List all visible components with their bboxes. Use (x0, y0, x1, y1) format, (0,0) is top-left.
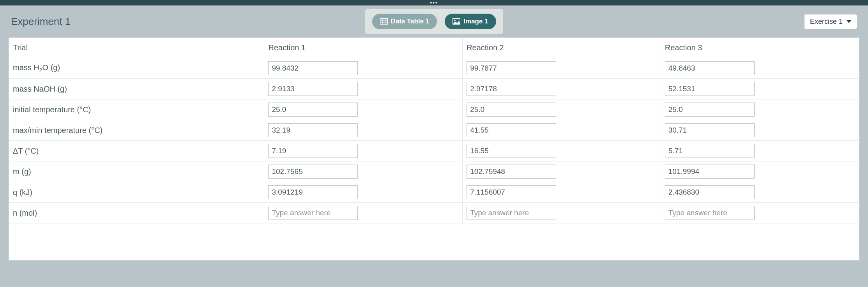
table-row: ΔT (°C) (9, 141, 859, 161)
answer-input[interactable] (665, 61, 755, 75)
answer-input[interactable] (268, 185, 358, 199)
answer-cell (661, 182, 859, 203)
answer-cell (463, 120, 661, 141)
answer-cell (463, 99, 661, 120)
answer-input[interactable] (665, 185, 755, 199)
svg-rect-0 (380, 19, 387, 25)
answer-input[interactable] (665, 144, 755, 158)
answer-input[interactable] (268, 82, 358, 96)
answer-cell (661, 161, 859, 182)
answer-input[interactable] (268, 103, 358, 117)
table-row: m (g) (9, 161, 859, 182)
answer-cell (264, 79, 463, 99)
data-table: Trial Reaction 1 Reaction 2 Reaction 3 m… (9, 38, 859, 223)
answer-input[interactable] (467, 82, 556, 96)
row-label: m (g) (9, 161, 264, 182)
answer-cell (463, 161, 661, 182)
tab-label: Data Table 1 (391, 18, 429, 25)
answer-input[interactable] (665, 165, 755, 179)
exercise-dropdown[interactable]: Exercise 1 (804, 14, 857, 29)
image-icon (453, 18, 460, 25)
column-header-reaction-1: Reaction 1 (264, 38, 463, 58)
tab-data-table-1[interactable]: Data Table 1 (372, 14, 437, 29)
answer-input[interactable] (665, 206, 755, 220)
answer-input[interactable] (467, 61, 556, 75)
answer-input[interactable] (268, 123, 358, 137)
column-header-trial: Trial (9, 38, 264, 58)
chevron-down-icon (847, 20, 851, 23)
row-label: q (kJ) (9, 182, 264, 203)
answer-cell (264, 182, 463, 203)
answer-input[interactable] (665, 123, 755, 137)
answer-cell (264, 203, 463, 223)
page-title: Experiment 1 (11, 16, 71, 28)
tab-label: Image 1 (463, 18, 488, 25)
answer-cell (661, 203, 859, 223)
row-label: ΔT (°C) (9, 141, 264, 161)
answer-cell (264, 161, 463, 182)
exercise-dropdown-label: Exercise 1 (810, 18, 843, 26)
answer-cell (264, 141, 463, 161)
table-row: mass H2O (g) (9, 58, 859, 79)
answer-input[interactable] (268, 144, 358, 158)
answer-cell (661, 141, 859, 161)
answer-cell (463, 182, 661, 203)
row-label: mass H2O (g) (9, 58, 264, 79)
answer-input[interactable] (665, 103, 755, 117)
column-header-reaction-3: Reaction 3 (661, 38, 859, 58)
tab-image-1[interactable]: Image 1 (445, 14, 496, 29)
answer-input[interactable] (268, 165, 358, 179)
row-label: max/min temperature (°C) (9, 120, 264, 141)
drag-handle-dots[interactable]: ••• (430, 2, 438, 4)
data-table-icon (380, 18, 387, 25)
table-header-row: Trial Reaction 1 Reaction 2 Reaction 3 (9, 38, 859, 58)
answer-input[interactable] (467, 103, 556, 117)
answer-cell (264, 58, 463, 79)
svg-point-6 (454, 19, 456, 21)
answer-input[interactable] (268, 206, 358, 220)
answer-cell (661, 99, 859, 120)
answer-cell (661, 79, 859, 99)
table-row: initial temperature (°C) (9, 99, 859, 120)
answer-input[interactable] (467, 206, 556, 220)
answer-cell (463, 58, 661, 79)
answer-cell (264, 120, 463, 141)
table-row: mass NaOH (g) (9, 79, 859, 99)
answer-cell (463, 79, 661, 99)
answer-cell (661, 120, 859, 141)
answer-input[interactable] (467, 165, 556, 179)
tab-group: Data Table 1 Image 1 (365, 9, 503, 34)
row-label: mass NaOH (g) (9, 79, 264, 99)
answer-cell (463, 141, 661, 161)
answer-input[interactable] (268, 61, 358, 75)
answer-input[interactable] (665, 82, 755, 96)
row-label: initial temperature (°C) (9, 99, 264, 120)
data-table-container: Trial Reaction 1 Reaction 2 Reaction 3 m… (9, 37, 859, 260)
table-row: n (mol) (9, 203, 859, 223)
answer-input[interactable] (467, 144, 556, 158)
table-row: q (kJ) (9, 182, 859, 203)
table-row: max/min temperature (°C) (9, 120, 859, 141)
answer-input[interactable] (467, 123, 556, 137)
column-header-reaction-2: Reaction 2 (463, 38, 661, 58)
answer-cell (264, 99, 463, 120)
table-scroll-area[interactable]: Trial Reaction 1 Reaction 2 Reaction 3 m… (9, 38, 859, 260)
window-top-bar: ••• (0, 0, 868, 5)
answer-input[interactable] (467, 185, 556, 199)
answer-cell (661, 58, 859, 79)
answer-cell (463, 203, 661, 223)
row-label: n (mol) (9, 203, 264, 223)
header-row: Experiment 1 Data Table 1 (0, 5, 868, 37)
